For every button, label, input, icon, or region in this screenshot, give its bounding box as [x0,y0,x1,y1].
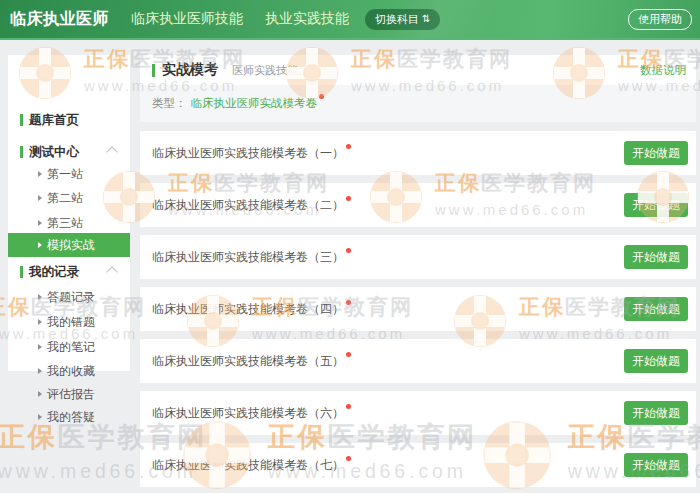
arrow-right-icon [38,242,42,248]
sidebar-item-my-questions[interactable]: 我的答疑 [38,410,95,424]
chevron-up-icon[interactable] [106,146,117,157]
sidebar-item-label: 我的错题 [47,314,95,331]
sidebar-item-my-notes[interactable]: 我的笔记 [38,340,95,354]
switch-subject-label: 切换科目 [375,12,419,27]
arrow-right-icon [38,368,42,374]
sidebar-item-answer-records[interactable]: 答题记录 [38,290,95,304]
paper-row: 临床执业医师实践技能模考卷（五） 开始做题 [140,339,696,383]
sidebar-item-label: 答题记录 [47,289,95,306]
paper-title: 临床执业医师实践技能模考卷（一） [152,145,344,162]
sidebar-item-label: 第三站 [47,215,83,232]
sidebar-item-label: 第一站 [47,166,83,183]
paper-row: 临床执业医师实践技能模考卷（二） 开始做题 [140,183,696,227]
paper-list: 临床执业医师实践技能模考卷（一） 开始做题 临床执业医师实践技能模考卷（二） 开… [140,131,696,493]
new-badge-dot [346,352,351,357]
type-filter-row: 类型： 临床执业医师实战模考卷 [140,85,696,122]
sidebar-item-label: 模拟实战 [47,237,95,254]
arrow-right-icon [38,294,42,300]
paper-title: 临床执业医师实践技能模考卷（五） [152,353,344,370]
paper-title: 临床执业医师实践技能模考卷（四） [152,301,344,318]
paper-row: 临床执业医师实践技能模考卷（六） 开始做题 [140,391,696,435]
paper-title: 临床执业医师实践技能模考卷（六） [152,405,344,422]
arrow-right-icon [38,171,42,177]
filter-value-link[interactable]: 临床执业医师实战模考卷 [191,96,318,111]
arrow-right-icon [38,414,42,420]
sidebar-item-label: 第二站 [47,190,83,207]
sidebar-section-label: 测试中心 [29,144,79,161]
sidebar-item-my-mistakes[interactable]: 我的错题 [38,315,95,329]
sidebar-item-evaluation-report[interactable]: 评估报告 [38,387,95,401]
paper-title: 临床执业医师实践技能模考卷（二） [152,197,344,214]
app-header: 临床执业医师 临床执业医师技能 执业实践技能 切换科目 ⇅ 使用帮助 [0,0,700,40]
sidebar-item-label: 我的答疑 [47,409,95,426]
tab-clinical-skill[interactable]: 临床执业医师技能 [131,10,243,28]
sidebar-item-station2[interactable]: 第二站 [38,191,83,205]
start-exam-button[interactable]: 开始做题 [624,245,688,269]
sidebar-item-station3[interactable]: 第三站 [38,216,83,230]
sidebar: 题库首页 测试中心 第一站 第二站 第三站 模拟实战 我的记录 答题记录 我的错… [8,55,130,371]
chevron-up-icon[interactable] [106,266,117,277]
arrow-right-icon [38,319,42,325]
green-bar-icon [20,266,23,278]
new-badge-dot [346,300,351,305]
paper-title: 临床执业医师实践技能模考卷（七） [152,457,344,474]
page-title: 临床执业医师 [10,9,109,30]
start-exam-button[interactable]: 开始做题 [624,297,688,321]
new-badge-dot [346,456,351,461]
sidebar-item-label: 我的收藏 [47,363,95,380]
start-exam-button[interactable]: 开始做题 [624,349,688,373]
swap-arrows-icon: ⇅ [422,14,430,24]
paper-title: 临床执业医师实践技能模考卷（三） [152,249,344,266]
sidebar-item-label: 我的笔记 [47,339,95,356]
paper-row: 临床执业医师实践技能模考卷（七） 开始做题 [140,443,696,487]
tab-practice-skill[interactable]: 执业实践技能 [265,10,349,28]
new-badge-dot [346,144,351,149]
section-subtitle: 医师实践技能。 [232,63,309,78]
green-bar-icon [20,146,23,158]
new-badge-dot [319,94,324,99]
sidebar-section-label: 我的记录 [29,264,79,281]
sidebar-section-my-records[interactable]: 我的记录 [20,265,79,279]
data-note-link[interactable]: 数据说明 [640,63,686,78]
section-title: 实战模考 [162,61,218,79]
arrow-right-icon [38,391,42,397]
sidebar-item-my-favorites[interactable]: 我的收藏 [38,364,95,378]
paper-row: 临床执业医师实践技能模考卷（一） 开始做题 [140,131,696,175]
new-badge-dot [346,196,351,201]
arrow-right-icon [38,344,42,350]
arrow-right-icon [38,195,42,201]
paper-row: 临床执业医师实践技能模考卷（三） 开始做题 [140,235,696,279]
start-exam-button[interactable]: 开始做题 [624,141,688,165]
sidebar-item-label: 评估报告 [47,386,95,403]
sidebar-item-home[interactable]: 题库首页 [20,113,79,127]
arrow-right-icon [38,220,42,226]
new-badge-dot [346,404,351,409]
help-button[interactable]: 使用帮助 [628,9,692,30]
green-bar-icon [152,64,155,77]
switch-subject-button[interactable]: 切换科目 ⇅ [365,9,440,30]
start-exam-button[interactable]: 开始做题 [624,453,688,477]
sidebar-item-label: 题库首页 [29,112,79,129]
start-exam-button[interactable]: 开始做题 [624,401,688,425]
new-badge-dot [346,248,351,253]
filter-label: 类型： [152,96,187,111]
green-bar-icon [20,114,23,126]
section-header: 实战模考 医师实践技能。 数据说明 [140,55,696,85]
sidebar-item-mock-battle[interactable]: 模拟实战 [8,233,130,257]
start-exam-button[interactable]: 开始做题 [624,193,688,217]
paper-row: 临床执业医师实践技能模考卷（四） 开始做题 [140,287,696,331]
sidebar-item-station1[interactable]: 第一站 [38,167,83,181]
sidebar-section-test-center[interactable]: 测试中心 [20,145,79,159]
